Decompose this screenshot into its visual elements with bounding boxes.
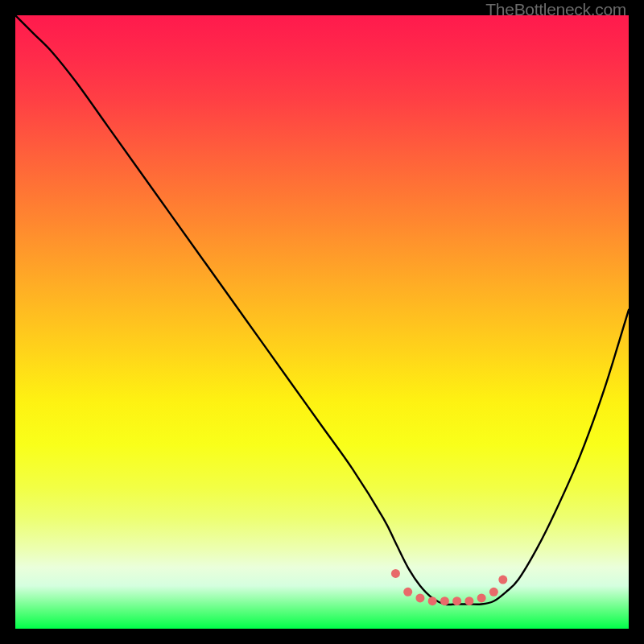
bottleneck-curve	[15, 15, 629, 605]
marker-dot	[391, 569, 400, 578]
marker-dot	[415, 593, 424, 602]
chart-svg	[15, 15, 629, 629]
marker-dot	[489, 588, 498, 597]
marker-dot	[403, 588, 412, 597]
highlight-markers	[391, 569, 507, 605]
marker-dot	[452, 597, 461, 605]
marker-dot	[477, 593, 486, 602]
marker-dot	[498, 576, 507, 584]
marker-dot	[440, 597, 449, 605]
attribution-text: TheBottleneck.com	[485, 0, 626, 19]
chart-container: TheBottleneck.com	[0, 0, 644, 644]
marker-dot	[464, 597, 473, 605]
marker-dot	[428, 597, 437, 605]
